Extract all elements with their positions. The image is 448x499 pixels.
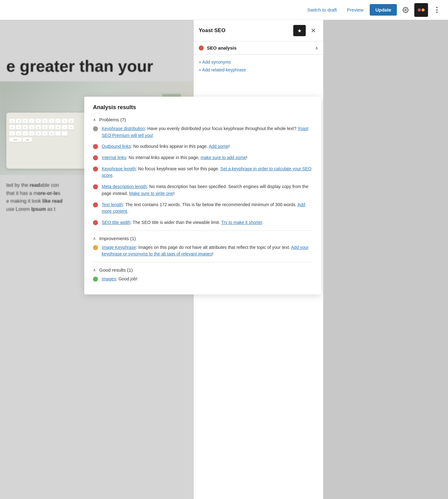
close-button[interactable]: ✕ — [308, 26, 318, 36]
pin-button[interactable]: ★ — [293, 25, 306, 36]
seo-analysis-header[interactable]: SEO analysis ∧ — [199, 45, 318, 51]
add-related-keyphrase-link[interactable]: + Add related keyphrase — [199, 66, 318, 74]
divider-good — [93, 262, 313, 262]
text-length-link[interactable]: Text length — [102, 202, 123, 207]
good-results-label: Good results (1) — [99, 267, 133, 273]
result-text-internal-links: Internal links: No internal links appear… — [102, 154, 247, 161]
result-item-outbound-links: Outbound links: No outbound links appear… — [93, 143, 313, 150]
improvements-chevron-icon: ∧ — [93, 236, 96, 241]
red-status-dot-keyphrase — [93, 167, 98, 172]
seo-section-title: SEO analysis — [199, 45, 236, 51]
outbound-links-link[interactable]: Outbound links — [102, 144, 131, 149]
keyboard-image: qwertzuiop asdfghjklö yxcvbnm,. Alt GrSt… — [6, 113, 87, 169]
add-links-section: + Add synonyms + Add related keyphrase — [194, 55, 323, 76]
green-status-dot-images — [93, 277, 98, 282]
result-item-images-good: Images: Good job! — [93, 276, 313, 283]
result-item-meta-description: Meta description length: No meta descrip… — [93, 183, 313, 197]
problems-section-header[interactable]: ∧ Problems (7) — [93, 117, 313, 122]
sidebar-title: Yoast SEO — [199, 27, 226, 34]
seo-title-width-link[interactable]: SEO title width — [102, 220, 130, 225]
result-item-text-length: Text length: The text contains 172 words… — [93, 201, 313, 215]
gray-status-dot — [93, 126, 98, 131]
seo-analysis-label: SEO analysis — [207, 45, 236, 51]
keyphrase-distribution-link[interactable]: Keyphrase distribution — [102, 126, 145, 131]
result-item-image-keyphrase: Image Keyphrase: Images on this page do … — [93, 244, 313, 258]
result-text-outbound-links: Outbound links: No outbound links appear… — [102, 143, 230, 150]
analysis-panel-title: Analysis results — [93, 104, 313, 111]
orange-status-dot-image — [93, 245, 98, 250]
result-item-keyphrase-length: Keyphrase length: No focus keyphrase was… — [93, 166, 313, 179]
sidebar-header-actions: ★ ✕ — [293, 25, 318, 36]
improvements-section-header[interactable]: ∧ Improvements (1) — [93, 236, 313, 241]
close-icon: ✕ — [311, 27, 316, 34]
analysis-panel: Analysis results ∧ Problems (7) Keyphras… — [84, 97, 321, 294]
keyphrase-length-link[interactable]: Keyphrase length — [102, 166, 136, 171]
star-icon: ★ — [297, 28, 302, 34]
divider-improvements — [93, 230, 313, 231]
images-good-link[interactable]: Images — [102, 276, 116, 281]
good-results-section-header[interactable]: ∧ Good results (1) — [93, 267, 313, 273]
image-keyphrase-link[interactable]: Image Keyphrase — [102, 245, 136, 250]
result-item-keyphrase-distribution: Keyphrase distribution: Have you evenly … — [93, 125, 313, 139]
internal-links-link[interactable]: Internal links — [102, 155, 126, 160]
result-text-meta-description: Meta description length: No meta descrip… — [102, 183, 313, 197]
add-content-link[interactable]: Add more content — [102, 202, 305, 214]
red-status-dot-meta — [93, 184, 98, 189]
toolbar: Switch to draft Preview Update ⋮ — [0, 0, 323, 20]
problems-chevron-icon: ∧ — [93, 117, 96, 122]
good-results-chevron-icon: ∧ — [93, 268, 96, 272]
meta-description-link[interactable]: Meta description length — [102, 184, 147, 189]
write-meta-link[interactable]: Make sure to write one — [129, 191, 173, 196]
make-shorter-link[interactable]: Try to make it shorter — [221, 220, 262, 225]
red-status-dot-outbound — [93, 144, 98, 149]
editor-headline: e greater than your — [0, 20, 193, 81]
result-text-seo-title: SEO title width: The SEO title is wider … — [102, 219, 263, 226]
make-sure-internal-link[interactable]: make sure to add some — [201, 155, 246, 160]
result-text-keyphrase-length: Keyphrase length: No focus keyphrase was… — [102, 166, 313, 179]
result-text-image-keyphrase: Image Keyphrase: Images on this page do … — [102, 244, 313, 258]
seo-status-dot — [199, 46, 204, 51]
switch-to-draft-button[interactable]: Switch to draft — [304, 5, 323, 15]
add-synonyms-link[interactable]: + Add synonyms — [199, 58, 318, 66]
result-text-images-good: Images: Good job! — [102, 276, 137, 283]
sidebar-header: Yoast SEO ★ ✕ — [194, 20, 323, 41]
chevron-up-icon: ∧ — [315, 46, 318, 51]
result-item-seo-title-width: SEO title width: The SEO title is wider … — [93, 219, 313, 226]
result-text-keyphrase-distribution: Keyphrase distribution: Have you evenly … — [102, 125, 313, 139]
seo-analysis-section: SEO analysis ∧ — [194, 41, 323, 55]
problems-label: Problems (7) — [99, 117, 126, 122]
add-outbound-links-link[interactable]: Add some — [209, 144, 228, 149]
red-status-dot-text — [93, 202, 98, 207]
red-status-dot-seo-title — [93, 220, 98, 225]
red-status-dot-internal — [93, 155, 98, 160]
result-item-internal-links: Internal links: No internal links appear… — [93, 154, 313, 161]
result-text-text-length: Text length: The text contains 172 words… — [102, 201, 313, 215]
improvements-label: Improvements (1) — [99, 236, 136, 241]
